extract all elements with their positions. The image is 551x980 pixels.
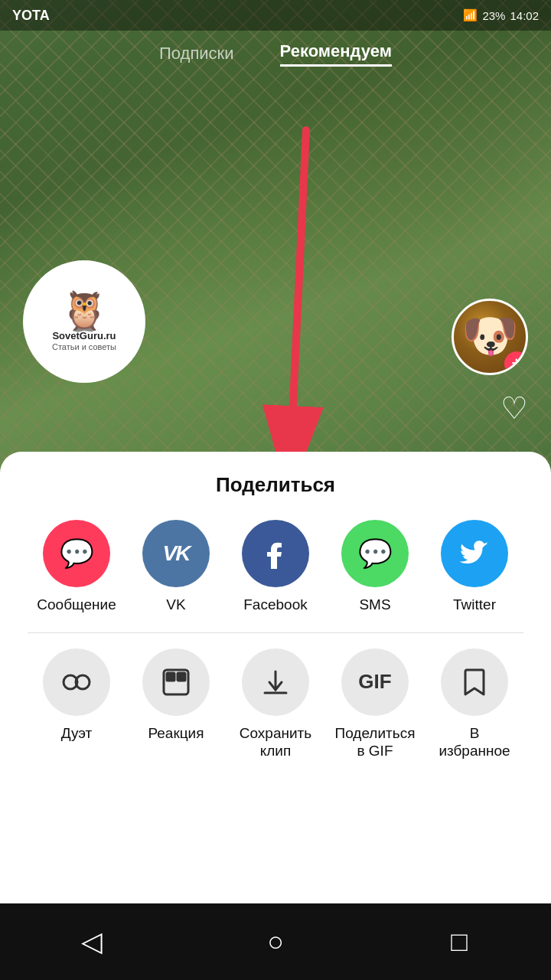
gif-icon: GIF [341, 648, 409, 716]
battery-level: 23% [482, 9, 505, 22]
time-label: 14:02 [510, 9, 539, 22]
share-item-reaction[interactable]: Реакция [134, 648, 218, 743]
save-clip-label: Сохранить клип [233, 725, 318, 760]
home-button[interactable]: ○ [245, 911, 306, 972]
reaction-icon [142, 648, 210, 716]
vk-icon: VK [142, 520, 210, 587]
share-item-facebook[interactable]: Facebook [233, 520, 318, 614]
sms-icon: 💬 [341, 520, 409, 587]
save-clip-icon [242, 648, 309, 716]
owl-icon: 🦉 [60, 292, 108, 330]
share-item-favorites[interactable]: В избранное [432, 648, 517, 760]
brand-tagline: Статьи и советы [52, 342, 116, 351]
share-item-vk[interactable]: VK VK [134, 520, 218, 614]
sms-label: SMS [359, 596, 390, 614]
bottom-navigation: ◁ ○ □ [0, 903, 551, 980]
share-item-twitter[interactable]: Twitter [432, 520, 517, 614]
vk-label: VK [166, 596, 185, 614]
share-item-save-clip[interactable]: Сохранить клип [233, 648, 318, 760]
share-item-gif[interactable]: GIF Поделиться в GIF [333, 648, 417, 760]
brand-name: SovetGuru.ru [52, 330, 116, 342]
facebook-icon [242, 520, 309, 587]
favorites-icon [441, 648, 508, 716]
message-label: Сообщение [37, 596, 116, 614]
share-divider [28, 632, 523, 633]
back-button[interactable]: ◁ [61, 911, 122, 972]
status-right: 📶 23% 14:02 [463, 8, 539, 22]
twitter-icon [441, 520, 508, 587]
secondary-share-row: Дуэт Реакция Сохранить клип [0, 648, 551, 760]
nav-subscriptions[interactable]: Подписки [159, 44, 234, 64]
share-item-duet[interactable]: Дуэт [34, 648, 119, 743]
twitter-label: Twitter [453, 596, 496, 614]
facebook-label: Facebook [243, 596, 307, 614]
svg-rect-5 [167, 673, 174, 681]
duet-icon [43, 648, 110, 716]
sovetguru-profile[interactable]: 🦉 SovetGuru.ru Статьи и советы [23, 260, 145, 383]
top-navigation: Подписки Рекомендуем [0, 31, 551, 77]
nav-recommended[interactable]: Рекомендуем [280, 41, 392, 67]
carrier-label: YOTA [12, 8, 50, 24]
duet-label: Дуэт [61, 725, 93, 743]
status-bar: YOTA 📶 23% 14:02 [0, 0, 551, 31]
primary-share-row: 💬 Сообщение VK VK Facebook 💬 SMS [0, 520, 551, 614]
share-title: Поделиться [216, 473, 335, 497]
add-badge[interactable]: + [504, 351, 528, 375]
gif-label: Поделиться в GIF [333, 725, 417, 760]
recent-apps-button[interactable]: □ [429, 911, 490, 972]
share-item-message[interactable]: 💬 Сообщение [34, 520, 119, 614]
heart-icon[interactable]: ♡ [500, 390, 528, 426]
share-item-sms[interactable]: 💬 SMS [333, 520, 417, 614]
battery-icon: 📶 [463, 8, 478, 22]
favorites-label: В избранное [432, 725, 517, 760]
share-sheet: Поделиться 💬 Сообщение VK VK Facebook [0, 452, 551, 903]
svg-rect-6 [178, 673, 185, 681]
dog-avatar[interactable]: + [452, 299, 528, 375]
reaction-label: Реакция [148, 725, 204, 743]
message-icon: 💬 [43, 520, 110, 587]
